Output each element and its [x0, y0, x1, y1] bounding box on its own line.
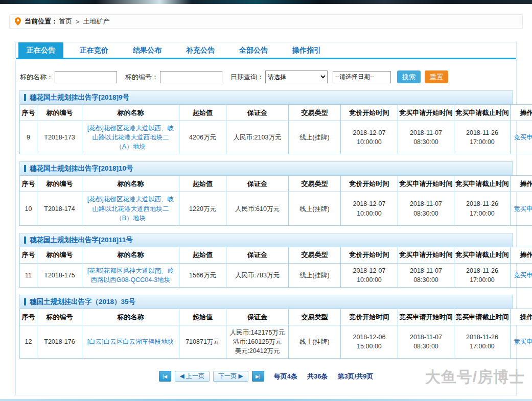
cell-deposit: 人民币:610万元 — [226, 192, 289, 225]
cell-seq: 9 — [20, 121, 37, 154]
cell-apply-start: 2018-11-07 08:30:00 — [398, 263, 454, 287]
cell-name-link[interactable]: [花都]花都区花港大道以西、岐山路以北花港大道西地块二（A）地块 — [82, 121, 179, 154]
announcement-section-3: 穗花国土规划挂出告字[2018]11号 序号 标的编号 标的名称 起始值 保证金… — [19, 233, 513, 288]
section-title: 穗花国土规划挂出告字[2018]9号 — [30, 93, 129, 102]
section-marker-icon — [24, 298, 26, 305]
cell-code: T2018-175 — [37, 263, 82, 287]
cell-apply-end: 2018-11-26 17:00:00 — [454, 121, 511, 154]
cell-deposit: 人民币:783万元 — [226, 263, 289, 287]
col-deposit: 保证金 — [226, 247, 289, 263]
cell-code: T2018-176 — [37, 325, 82, 359]
col-start-price: 起始值 — [179, 309, 226, 325]
col-seq: 序号 — [20, 176, 37, 192]
auction-table: 序号 标的编号 标的名称 起始值 保证金 交易类型 竞价开始时间 竞买申请开始时… — [19, 175, 532, 225]
cell-action-link[interactable]: 竞买申请 — [511, 263, 532, 287]
col-apply-end: 竞买申请截止时间 — [454, 247, 511, 263]
table-header-row: 序号 标的编号 标的名称 起始值 保证金 交易类型 竞价开始时间 竞买申请开始时… — [20, 105, 532, 121]
col-start-price: 起始值 — [179, 105, 226, 121]
section-title: 穗国土规划挂出告字（2018）35号 — [30, 297, 135, 306]
section-marker-icon — [24, 165, 26, 172]
prev-page-button[interactable]: ◀ 上一页 — [175, 371, 210, 382]
table-row: 11 T2018-175 [花都]花都区风神大道以南、岭西路以西G08-QCC0… — [20, 263, 532, 287]
section-marker-icon — [24, 94, 26, 101]
table-row: 12 T2018-176 [白云]白云区白云湖车辆段地块 710871万元 人民… — [20, 325, 532, 359]
col-apply-start: 竞买申请开始时间 — [398, 247, 454, 263]
breadcrumb-current-link[interactable]: 土地矿产 — [83, 17, 110, 26]
section-marker-icon — [24, 237, 26, 244]
col-start-price: 起始值 — [179, 176, 226, 192]
col-bid-start: 竞价开始时间 — [341, 176, 398, 192]
col-trade-type: 交易类型 — [289, 105, 341, 121]
search-button[interactable]: 搜索 — [397, 70, 421, 83]
breadcrumb-label: 当前位置： — [25, 17, 58, 26]
cell-action-link[interactable]: 竞买申请 — [511, 325, 532, 359]
col-trade-type: 交易类型 — [289, 247, 341, 263]
table-header-row: 序号 标的编号 标的名称 起始值 保证金 交易类型 竞价开始时间 竞买申请开始时… — [20, 247, 532, 263]
section-header: 穗花国土规划挂出告字[2018]11号 — [19, 233, 513, 247]
location-pin-icon — [15, 17, 21, 26]
tab-supplementary[interactable]: 补充公告 — [178, 42, 223, 58]
first-page-button[interactable]: |◀ — [159, 371, 171, 382]
per-page-count: 每页4条 — [274, 372, 297, 381]
cell-start-price: 710871万元 — [179, 325, 226, 359]
col-seq: 序号 — [20, 105, 37, 121]
cell-bid-start: 2018-12-06 15:00:00 — [341, 325, 398, 359]
cell-apply-end: 2018-11-26 17:00:00 — [454, 325, 511, 359]
cell-name-link[interactable]: [花都]花都区风神大道以南、岭西路以西G08-QCC04-3地块 — [82, 263, 179, 287]
date-type-select[interactable]: 请选择 — [265, 70, 328, 83]
top-banner-image — [0, 0, 532, 4]
cell-trade-type: 线上(挂牌) — [289, 192, 341, 225]
cell-trade-type: 线上(挂牌) — [289, 325, 341, 359]
next-page-button[interactable]: 下一页 ▶ — [213, 371, 248, 382]
col-code: 标的编号 — [37, 309, 82, 325]
col-apply-start: 竞买申请开始时间 — [398, 309, 454, 325]
code-input[interactable] — [160, 71, 222, 83]
cell-action-link[interactable]: 竞买申请 — [511, 192, 532, 225]
tab-operation-guide[interactable]: 操作指引 — [284, 42, 329, 58]
tab-current-announcements[interactable]: 正在公告 — [18, 42, 63, 58]
reset-button[interactable]: 重置 — [425, 70, 448, 83]
cell-seq: 11 — [20, 263, 37, 287]
section-header: 穗国土规划挂出告字（2018）35号 — [19, 295, 513, 309]
cell-start-price: 1220万元 — [179, 192, 226, 225]
col-code: 标的编号 — [37, 247, 82, 263]
section-title: 穗花国土规划挂出告字[2018]10号 — [30, 164, 133, 173]
tab-all-announcements[interactable]: 全部公告 — [231, 42, 276, 58]
search-form: 标的名称： 标的编号： 日期查询： 请选择 搜索 重置 — [20, 70, 516, 83]
cell-apply-start: 2018-11-07 08:30:00 — [398, 121, 454, 154]
breadcrumb-home-link[interactable]: 首页 — [59, 17, 72, 26]
cell-bid-start: 2018-12-07 10:00:00 — [341, 121, 398, 154]
cell-name-link[interactable]: [花都]花都区花港大道以西、岐山路以北花港大道西地块二（B）地块 — [82, 192, 179, 225]
col-trade-type: 交易类型 — [289, 309, 341, 325]
col-apply-end: 竞买申请截止时间 — [454, 309, 511, 325]
name-input[interactable] — [55, 71, 117, 83]
col-code: 标的编号 — [37, 176, 82, 192]
cell-name-link[interactable]: [白云]白云区白云湖车辆段地块 — [82, 325, 179, 359]
cell-bid-start: 2018-12-07 10:00:00 — [341, 192, 398, 225]
col-name: 标的名称 — [82, 309, 179, 325]
date-query-label: 日期查询： — [230, 73, 264, 82]
cell-code: T2018-174 — [37, 192, 82, 225]
tab-current-bidding[interactable]: 正在竞价 — [72, 42, 117, 58]
col-apply-end: 竞买申请截止时间 — [454, 105, 511, 121]
col-action: 操作 — [511, 105, 532, 121]
date-picker-input[interactable] — [333, 71, 391, 83]
cell-deposit: 人民币:2103万元 — [226, 121, 289, 154]
cell-seq: 10 — [20, 192, 37, 225]
col-code: 标的编号 — [37, 105, 82, 121]
col-bid-start: 竞价开始时间 — [341, 309, 398, 325]
col-deposit: 保证金 — [226, 176, 289, 192]
col-start-price: 起始值 — [179, 247, 226, 263]
auction-table: 序号 标的编号 标的名称 起始值 保证金 交易类型 竞价开始时间 竞买申请开始时… — [19, 247, 532, 288]
tab-results[interactable]: 结果公布 — [125, 42, 170, 58]
breadcrumb-separator: > — [76, 18, 80, 26]
col-name: 标的名称 — [82, 247, 179, 263]
table-header-row: 序号 标的编号 标的名称 起始值 保证金 交易类型 竞价开始时间 竞买申请开始时… — [20, 309, 532, 325]
col-trade-type: 交易类型 — [289, 176, 341, 192]
cell-apply-end: 2018-11-26 17:00:00 — [454, 192, 511, 225]
cell-seq: 12 — [20, 325, 37, 359]
last-page-button[interactable]: ▶| — [252, 371, 264, 382]
table-row: 9 T2018-173 [花都]花都区花港大道以西、岐山路以北花港大道西地块二（… — [20, 121, 532, 154]
cell-action-link[interactable]: 竞买申请 — [511, 121, 532, 154]
auction-table: 序号 标的编号 标的名称 起始值 保证金 交易类型 竞价开始时间 竞买申请开始时… — [19, 104, 532, 154]
